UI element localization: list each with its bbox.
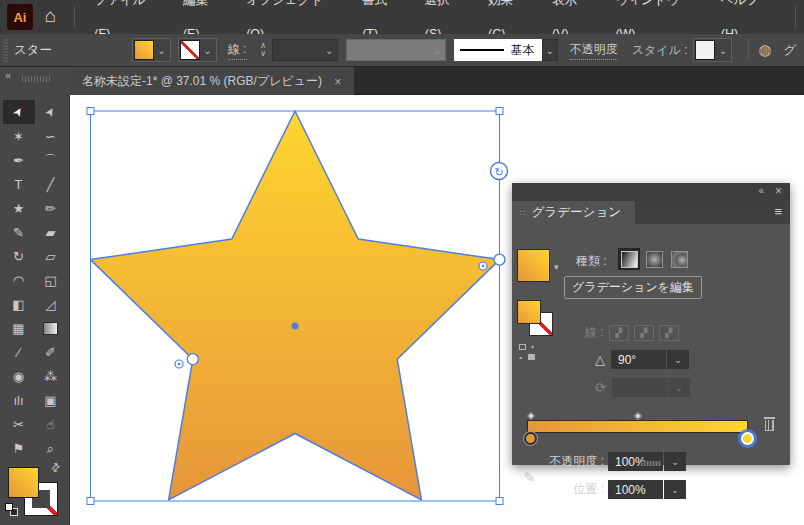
- gradient-stroke-label: 線 :: [585, 324, 604, 341]
- chevron-down-icon[interactable]: ⌄: [664, 452, 686, 471]
- stepper-down-icon[interactable]: ∨: [257, 50, 270, 58]
- trash-can: [765, 420, 774, 431]
- default-fill-stroke-icon[interactable]: [5, 503, 18, 516]
- opacity-link[interactable]: 不透明度: [570, 41, 618, 60]
- collapse-panel-icon[interactable]: «: [758, 185, 764, 196]
- mesh-tool[interactable]: ▦: [3, 316, 35, 340]
- stroke-color-dropdown[interactable]: ⌄: [178, 38, 217, 62]
- angle-value[interactable]: 90°: [611, 350, 666, 369]
- globe-icon[interactable]: ◍: [758, 41, 771, 59]
- panel-fill-proxy[interactable]: [517, 300, 541, 324]
- rotate-view-tool[interactable]: ⚑: [3, 436, 35, 460]
- perspective-grid-tool-icon: ◿: [46, 298, 56, 311]
- pen-tool[interactable]: ✒: [3, 148, 35, 172]
- gradient-type-radial-button[interactable]: [643, 248, 665, 270]
- scale-tool[interactable]: ▱: [35, 244, 67, 268]
- eraser-tool[interactable]: ▰: [35, 220, 67, 244]
- type-tool[interactable]: T: [3, 172, 35, 196]
- angle-dropdown[interactable]: 90° ⌄: [611, 350, 689, 369]
- gradient-type-freeform-button[interactable]: [668, 248, 690, 270]
- gradient-slider[interactable]: [527, 412, 748, 442]
- magic-wand-tool[interactable]: ✶: [3, 124, 35, 148]
- width-tool[interactable]: ◠: [3, 268, 35, 292]
- stroke-weight-label[interactable]: 線 :: [228, 41, 247, 60]
- toolbar-drag-grip[interactable]: [22, 76, 52, 82]
- gradient-type-linear-button[interactable]: [618, 248, 640, 270]
- eyedropper-tool[interactable]: ✐: [35, 340, 67, 364]
- gradient-ramp-bar[interactable]: [527, 420, 748, 433]
- selection-tool[interactable]: ➤: [3, 100, 35, 124]
- stroke-none-swatch[interactable]: [180, 40, 200, 60]
- symbol-sprayer-tool[interactable]: ⁂: [35, 364, 67, 388]
- object-center-point[interactable]: [292, 323, 299, 330]
- app-logo-icon[interactable]: Ai: [7, 4, 33, 30]
- paintbrush-tool-icon: ✏: [45, 202, 56, 215]
- gradient-midpoint-marker-center[interactable]: [634, 412, 642, 420]
- ruler-tool[interactable]: ∕: [3, 340, 35, 364]
- graph-tool[interactable]: ılı: [3, 388, 35, 412]
- gradient-stop-yellow-selected[interactable]: [741, 432, 754, 445]
- panel-title-bar[interactable]: « ×: [512, 183, 790, 201]
- close-icon[interactable]: ×: [334, 74, 342, 89]
- stroke-weight-stepper[interactable]: ∧ ∨: [257, 42, 270, 58]
- perspective-grid-tool[interactable]: ◿: [35, 292, 67, 316]
- collapse-toolbar-icon[interactable]: «: [5, 69, 11, 81]
- blend-tool[interactable]: ◉: [3, 364, 35, 388]
- home-icon[interactable]: ⌂: [45, 5, 56, 27]
- panel-resize-grip[interactable]: [641, 461, 661, 466]
- document-tab[interactable]: 名称未設定-1* @ 37.01 % (RGB/プレビュー) ×: [70, 67, 354, 95]
- tab-gradient[interactable]: ∷ グラデーション: [512, 201, 635, 224]
- selection-handle-top-left[interactable]: [87, 108, 94, 115]
- gradient-swatch-dropdown-icon[interactable]: ▾: [554, 262, 559, 272]
- artboard-tool[interactable]: ▣: [35, 388, 67, 412]
- lasso-tool[interactable]: ∽: [35, 124, 67, 148]
- line-segment-tool[interactable]: ╱: [35, 172, 67, 196]
- direct-selection-tool[interactable]: ➤: [35, 100, 67, 124]
- rotate-tool[interactable]: ↻: [3, 244, 35, 268]
- gradient-tool[interactable]: ■: [35, 316, 67, 340]
- stop-location-dropdown[interactable]: 100% ⌄: [608, 480, 686, 499]
- panel-swap-fill-stroke-icon[interactable]: ▾ ▴: [519, 344, 535, 360]
- fill-color-swatch[interactable]: [134, 40, 154, 60]
- chevron-down-icon[interactable]: ⌄: [664, 480, 686, 499]
- variable-width-profile-select[interactable]: ⌄: [346, 39, 446, 61]
- star-tool[interactable]: ★: [3, 196, 35, 220]
- star-shape[interactable]: [91, 111, 500, 500]
- brush-definition-select[interactable]: 基本 ⌄: [454, 39, 558, 61]
- chevron-down-icon[interactable]: ⌄: [542, 39, 558, 61]
- curvature-tool[interactable]: ⌒: [35, 148, 67, 172]
- edit-gradient-button[interactable]: グラデーションを編集: [564, 276, 702, 299]
- selection-handle-top-right[interactable]: [496, 108, 503, 115]
- gradient-tool-icon: ■: [43, 322, 58, 335]
- gradient-type-label: 種類 :: [576, 253, 607, 270]
- swap-fill-stroke-icon[interactable]: ⇄: [48, 460, 64, 476]
- chevron-down-icon[interactable]: ⌄: [667, 350, 689, 369]
- gradient-preview-swatch[interactable]: [517, 249, 550, 282]
- selection-handle-bottom-right[interactable]: [496, 498, 503, 505]
- live-corner-handle-right[interactable]: [494, 254, 505, 265]
- stop-location-value[interactable]: 100%: [608, 480, 663, 499]
- live-corner-handle-left[interactable]: [187, 354, 198, 365]
- selection-handle-bottom-left[interactable]: [87, 498, 94, 505]
- paintbrush-tool[interactable]: ✏: [35, 196, 67, 220]
- gradient-midpoint-marker-left[interactable]: [527, 412, 535, 420]
- slice-tool[interactable]: ✂: [3, 412, 35, 436]
- swap-square-filled: [528, 354, 535, 360]
- free-transform-tool[interactable]: ◱: [35, 268, 67, 292]
- fill-color-dropdown[interactable]: ⌄: [132, 38, 171, 62]
- stroke-gradient-within-button: ▞: [609, 325, 629, 341]
- close-panel-icon[interactable]: ×: [775, 184, 782, 198]
- shape-builder-tool[interactable]: ◧: [3, 292, 35, 316]
- control-bar-grip[interactable]: [3, 38, 8, 62]
- graphic-style-swatch[interactable]: [695, 40, 715, 60]
- shaper-tool[interactable]: ✎: [3, 220, 35, 244]
- gradient-stop-orange[interactable]: [524, 432, 537, 445]
- delete-stop-icon[interactable]: [763, 417, 776, 431]
- panel-menu-icon[interactable]: ≡: [774, 204, 782, 219]
- zoom-tool[interactable]: ⌕: [35, 436, 67, 460]
- hand-tool[interactable]: ☝: [35, 412, 67, 436]
- panel-tab-grip-icon: ∷: [520, 208, 526, 218]
- graphic-style-dropdown[interactable]: ⌄: [693, 38, 732, 62]
- fill-proxy-swatch[interactable]: [8, 467, 39, 498]
- stroke-weight-select[interactable]: ⌄: [272, 39, 338, 61]
